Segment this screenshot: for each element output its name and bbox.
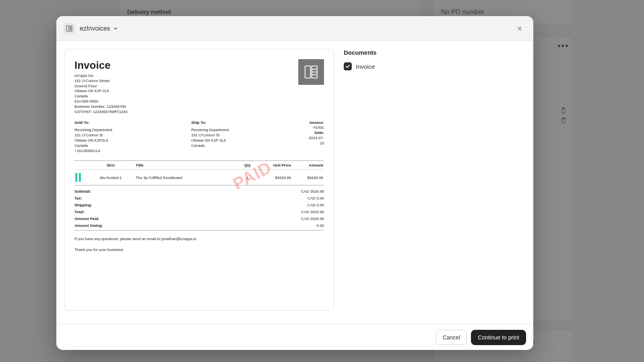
invoice-date: 2024-07-10 xyxy=(309,136,324,145)
sold-to-block: Sold To: Receiving Department 151 O'Conn… xyxy=(74,120,191,154)
company-gst: GST/HST: 1223456789RT1234 xyxy=(74,109,324,115)
invoice-footnote: If you have any questions, please send a… xyxy=(74,236,324,241)
company-block: ezApps Inc. 151 O'Connor Street Ground F… xyxy=(74,73,324,115)
invoice-checkbox-label: Invoice xyxy=(356,63,375,70)
sold-to-dept: Receiving Department xyxy=(74,128,191,133)
table-row: sku-hosted-1 The 3p Fulfilled Snowboard … xyxy=(74,170,324,185)
paid-value: CAD 2629.95 xyxy=(301,216,324,221)
paid-label: Amount Paid: xyxy=(74,216,99,221)
close-button[interactable] xyxy=(513,22,526,35)
sold-to-label: Sold To: xyxy=(74,120,191,125)
company-country: Canada xyxy=(74,94,324,99)
invoice-no-label: Invoice: xyxy=(310,120,324,125)
invoice-meta: Invoice: #1001 Date: 2024-07-10 xyxy=(308,120,324,154)
col-title: Title xyxy=(135,161,235,170)
col-amount: Amount xyxy=(292,161,324,170)
checkbox-checked-icon xyxy=(344,62,352,70)
cell-unit: $2629.95 xyxy=(260,170,292,185)
cell-qty: 1 xyxy=(235,170,260,185)
invoice-title: Invoice xyxy=(74,59,324,72)
owing-label: Amount Owing: xyxy=(74,223,103,228)
shipping-label: Shipping: xyxy=(74,203,92,207)
totals-block: Subtotal:CAD 2629.95 Tax:CAD 0.00 Shippi… xyxy=(74,188,324,230)
cell-amount: $2629.95 xyxy=(292,170,324,185)
svg-rect-4 xyxy=(66,26,68,31)
tax-label: Tax: xyxy=(74,196,82,200)
continue-button[interactable]: Continue to print xyxy=(471,330,526,345)
invoice-no: #1001 xyxy=(314,125,324,130)
cell-title: The 3p Fulfilled Snowboard xyxy=(135,170,235,185)
company-city: Ottawa ON K2P 2L8 xyxy=(74,88,324,94)
ship-to-street: 151 O'Connor St xyxy=(191,133,308,138)
app-name: ezInvoices xyxy=(80,25,110,32)
col-qty: Qty xyxy=(235,161,260,170)
subtotal-value: CAD 2629.95 xyxy=(301,189,324,193)
owing-value: 0.00 xyxy=(317,223,324,228)
company-street: 151 O'Connor Street xyxy=(74,78,324,84)
close-icon xyxy=(516,25,523,32)
col-unit: Unit Price xyxy=(260,161,292,170)
chevron-down-icon xyxy=(113,26,118,31)
tax-value: CAD 0.00 xyxy=(308,196,324,200)
invoice-date-label: Date: xyxy=(314,130,324,135)
modal-header: ezInvoices xyxy=(56,16,533,41)
sold-to-city: Ottawa ON K2P2L8 xyxy=(74,138,191,143)
app-switcher[interactable]: ezInvoices xyxy=(80,25,118,32)
company-name: ezApps Inc. xyxy=(74,73,324,78)
col-image xyxy=(74,161,87,170)
company-business-no: Business Number: 123456789 xyxy=(74,104,324,109)
svg-rect-11 xyxy=(305,66,310,78)
sold-to-phone: +16135550114 xyxy=(74,148,191,154)
company-logo xyxy=(298,59,324,85)
total-value: CAD 2629.95 xyxy=(301,210,324,214)
modal-body: Invoice ezApps Inc. 151 O'Connor Street … xyxy=(56,41,533,324)
ship-to-city: Ottawa ON K2P 2L8 xyxy=(191,138,308,143)
invoice-thanks: Thank you for your business! xyxy=(74,247,324,252)
shipping-value: CAD 0.00 xyxy=(308,203,324,207)
col-sku: SKU xyxy=(87,161,135,170)
ship-to-dept: Receiving Department xyxy=(191,128,308,133)
ship-to-country: Canada xyxy=(191,143,308,148)
modal-footer: Cancel Continue to print xyxy=(56,324,533,350)
invoice-checkbox-row[interactable]: Invoice xyxy=(344,62,525,70)
ship-to-label: Ship To: xyxy=(191,120,308,125)
invoice-preview: Invoice ezApps Inc. 151 O'Connor Street … xyxy=(64,49,334,311)
app-icon xyxy=(64,23,75,34)
cell-sku: sku-hosted-1 xyxy=(87,170,135,185)
print-modal: ezInvoices Invoice ezApps Inc. 151 O'C xyxy=(56,16,533,350)
company-phone: 514-555-5555 xyxy=(74,99,324,104)
documents-heading: Documents xyxy=(344,49,525,56)
total-label: Total: xyxy=(74,210,85,214)
line-items-table: SKU Title Qty Unit Price Amount sku-host… xyxy=(74,160,324,185)
documents-panel: Documents Invoice xyxy=(344,49,525,316)
subtotal-label: Subtotal: xyxy=(74,189,91,193)
product-image-icon xyxy=(75,173,81,182)
sold-to-country: Canada xyxy=(74,143,191,148)
sold-to-street: 151 O'Connor St xyxy=(74,133,191,138)
ship-to-block: Ship To: Receiving Department 151 O'Conn… xyxy=(191,120,308,154)
cancel-button[interactable]: Cancel xyxy=(436,330,467,345)
company-floor: Ground Floor xyxy=(74,84,324,89)
